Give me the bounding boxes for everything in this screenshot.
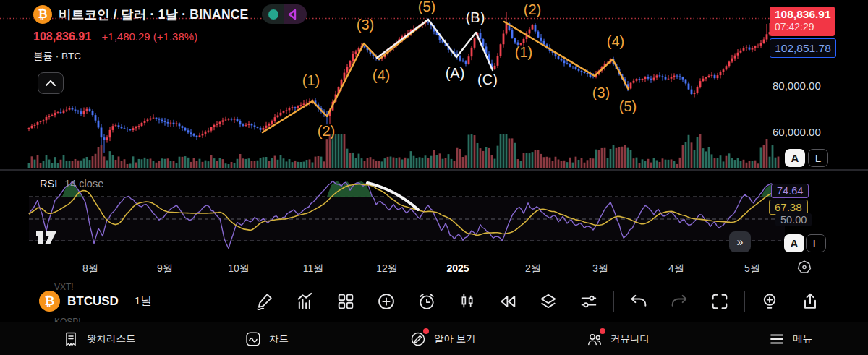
- replay-button[interactable]: [491, 286, 524, 317]
- fullscreen-button[interactable]: [703, 286, 736, 317]
- toolbar-divider: [613, 291, 614, 312]
- nav-label: 알아 보기: [434, 333, 476, 346]
- alerts-button[interactable]: [410, 286, 443, 317]
- bitcoin-icon: ₿: [39, 291, 60, 312]
- nav-item-explore[interactable]: 알아 보기: [409, 322, 476, 355]
- chart-type-button[interactable]: [451, 286, 484, 317]
- layouts-icon: [336, 291, 356, 312]
- time-tick-label: 5월: [744, 262, 760, 275]
- time-tick-label: 11월: [303, 262, 324, 275]
- rsi-name: RSI: [40, 178, 57, 189]
- price-change: +1,480.29 (+1.38%): [102, 30, 198, 43]
- nav-item-watchlist[interactable]: 왓치리스트: [62, 322, 136, 355]
- redo-icon: [669, 291, 689, 312]
- menu-icon: [768, 330, 786, 348]
- ideas-button[interactable]: [753, 286, 786, 317]
- nav-item-chart[interactable]: 차트: [244, 322, 289, 355]
- chart-toolbar: VXT! KOSPI ₿ BTCUSD 1날: [0, 281, 868, 322]
- prev-close-label[interactable]: 102,851.78: [770, 38, 836, 58]
- time-tick-label: 8월: [82, 262, 98, 275]
- badge-price: 108,836.91: [775, 8, 835, 21]
- rsi-log-scale-button[interactable]: L: [806, 234, 826, 252]
- draw-button[interactable]: [248, 286, 281, 317]
- price-tick-label: 60,000.00: [773, 126, 821, 138]
- chart-icon: [244, 330, 262, 348]
- chart-type-icon: [457, 291, 477, 312]
- indicators-button[interactable]: [289, 286, 322, 317]
- watchlist-icon: [62, 330, 80, 348]
- ideas-icon: [760, 291, 780, 312]
- collapse-legend-button[interactable]: [38, 72, 64, 94]
- expand-panel-button[interactable]: »: [729, 231, 751, 252]
- undo-button[interactable]: [622, 286, 655, 317]
- nav-label: 메뉴: [793, 333, 812, 346]
- axis-settings-icon[interactable]: [796, 259, 813, 276]
- nav-label: 커뮤니티: [610, 333, 650, 346]
- redo-button[interactable]: [663, 286, 696, 317]
- volume-legend[interactable]: 볼륨 · BTC: [33, 50, 307, 63]
- settings-sliders-icon: [579, 291, 599, 312]
- symbol-button[interactable]: BTCUSD: [67, 294, 119, 309]
- time-tick-label: 10월: [228, 262, 250, 275]
- toolbar-divider: [744, 291, 745, 312]
- badge-countdown: 07:42:29: [775, 21, 835, 33]
- connection-status-icon: [268, 9, 278, 20]
- chart-legend: ₿ 비트코인 / 달러 · 1날 · BINANCE 108,836.91 +1…: [33, 4, 307, 63]
- bottom-navigation: 왓치리스트차트알아 보기커뮤니티메뉴: [0, 322, 868, 355]
- draw-icon: [255, 291, 275, 312]
- rsi-mid-level-label: 50.00: [775, 213, 812, 226]
- time-tick-label: 4월: [668, 262, 684, 275]
- replay-icon: [498, 291, 518, 312]
- time-tick-label: 3월: [592, 262, 608, 275]
- rsi-legend[interactable]: RSI 14 close: [40, 178, 103, 189]
- last-price: 108,836.91: [33, 30, 91, 43]
- indicators-icon: [295, 291, 315, 312]
- share-idea-icon[interactable]: [285, 7, 299, 22]
- auto-scale-button[interactable]: A: [785, 149, 805, 167]
- rsi-params: 14 close: [64, 178, 103, 189]
- fullscreen-icon: [710, 291, 730, 312]
- nav-separator: [0, 322, 868, 322]
- notification-badge: [423, 328, 429, 334]
- nav-label: 왓치리스트: [87, 333, 136, 346]
- nav-item-community[interactable]: 커뮤니티: [586, 322, 650, 355]
- price-row: 108,836.91 +1,480.29 (+1.38%): [33, 30, 307, 43]
- bitcoin-icon: ₿: [33, 5, 52, 24]
- share-button[interactable]: [793, 286, 827, 317]
- objects-icon: [538, 291, 558, 312]
- price-tick-label: 80,000.00: [773, 80, 821, 92]
- rsi-value-label: 74.64: [771, 184, 809, 198]
- log-scale-button[interactable]: L: [808, 149, 828, 167]
- objects-button[interactable]: [532, 286, 565, 317]
- status-share-pill[interactable]: [262, 4, 307, 24]
- rsi-ma-value-label: 67.38: [769, 200, 808, 215]
- nav-item-menu[interactable]: 메뉴: [768, 322, 812, 355]
- add-icon: [376, 291, 396, 312]
- layouts-button[interactable]: [329, 286, 362, 317]
- add-button[interactable]: [370, 286, 403, 317]
- settings-sliders-button[interactable]: [572, 286, 605, 317]
- time-tick-label: 2025: [446, 262, 469, 274]
- volume-layer: [28, 134, 780, 168]
- interval-button[interactable]: 1날: [135, 294, 152, 309]
- nav-label: 차트: [269, 333, 289, 346]
- symbol-title[interactable]: 비트코인 / 달러 · 1날 · BINANCE: [59, 6, 248, 23]
- tradingview-app: (1)(2)(3)(4)(5)(A)(B)(C)(1)(2)(3)(4)(5) …: [0, 0, 868, 355]
- toolbar-icons: [244, 286, 830, 317]
- share-icon: [800, 291, 820, 312]
- time-tick-label: 2월: [525, 262, 541, 275]
- notification-badge: [600, 328, 605, 334]
- last-price-badge[interactable]: 108,836.91 07:42:29: [770, 7, 835, 36]
- time-axis[interactable]: 8월9월10월11월12월20252월3월4월5월: [0, 257, 868, 281]
- undo-icon: [629, 291, 649, 312]
- time-tick-label: 9월: [157, 262, 173, 275]
- rsi-auto-scale-button[interactable]: A: [784, 234, 804, 252]
- chevron-up-icon: [45, 80, 56, 87]
- pane-separator[interactable]: [0, 169, 868, 171]
- prev-close-value: 102,851.78: [775, 42, 831, 55]
- time-tick-label: 12월: [376, 262, 398, 275]
- alerts-icon: [417, 291, 437, 312]
